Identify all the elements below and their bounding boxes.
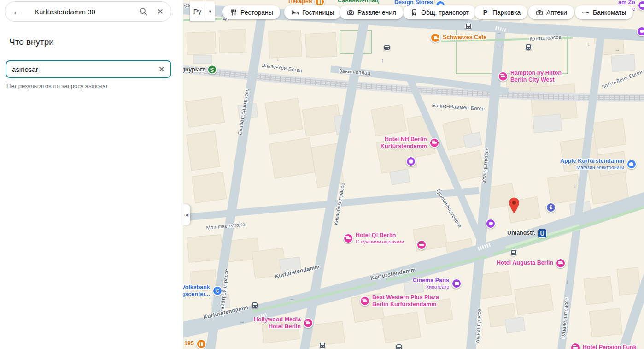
poi-label: Volksbankgscenter... <box>183 284 210 298</box>
poi-hotel-nh-berlin[interactable]: Hotel NH BerlinKurfürstendamm <box>381 136 439 150</box>
destination-pin[interactable] <box>508 197 520 214</box>
inner-search-input[interactable]: asiriosar ✕ <box>6 60 171 78</box>
road-direction-arrow: → <box>498 43 503 49</box>
poi-hotel-poi-2[interactable] <box>416 240 427 250</box>
collapse-sidebar-button[interactable]: ◀ <box>183 204 190 225</box>
search-bar[interactable]: ← Kurfürstendamm 30 ✕ <box>5 1 171 22</box>
chevron-down-icon[interactable]: ▼ <box>205 9 215 14</box>
bed-icon[interactable] <box>343 233 353 243</box>
poi-label: Cinema ParisКинотеатр <box>413 277 449 290</box>
bed-icon[interactable] <box>303 318 313 328</box>
poi-sbahn-savignyplatz[interactable]: gnyplatz <box>183 65 217 75</box>
poi-label: 195 <box>184 340 194 347</box>
filter-chip-hotels[interactable]: Гостиницы <box>284 5 341 19</box>
poi-poi-195[interactable]: 195 <box>184 339 206 349</box>
poi-label: Hotel Augusta Berlin <box>497 260 553 266</box>
language-code[interactable]: Ру <box>190 1 205 21</box>
parking-icon: P <box>481 8 489 16</box>
bus-stop-icon[interactable] <box>252 302 258 308</box>
road-direction-arrow: ↓ <box>566 278 568 285</box>
inner-search-value[interactable]: asiriosar <box>12 65 156 73</box>
chip-label: Парковка <box>492 9 521 16</box>
poi-uhlandstr-station[interactable]: Uhlandstr. <box>507 229 547 238</box>
road-direction-arrow: ↓ <box>276 56 279 62</box>
poi-savigny-platz-park[interactable]: Савиньи-плац <box>338 0 379 5</box>
poi-label: gnyplatz <box>183 66 205 73</box>
text-cursor <box>39 66 39 73</box>
poi-hampton-by-hilton[interactable]: Hampton by HiltonBerlin City West <box>498 70 562 84</box>
sbahn-icon[interactable] <box>207 65 217 75</box>
poi-label: Best Western Plus PlazaBerlin Kurfürsten… <box>372 294 439 308</box>
bed-icon[interactable] <box>556 258 566 268</box>
bus-stop-icon[interactable] <box>465 23 472 30</box>
film-icon[interactable] <box>638 0 644 11</box>
poi-hollywood-media-hotel[interactable]: Hollywood MediaHotel Berlin <box>254 316 313 331</box>
google-maps-app: ← Kurfürstendamm 30 ✕ Что внутри asirios… <box>0 0 644 349</box>
poi-label: Hotel Pension Funk <box>583 344 637 349</box>
clear-search-icon[interactable]: ✕ <box>154 7 164 17</box>
map-canvas[interactable]: Ру ▼ ◀ Рестораны Гостиницы Развлечения О… <box>183 0 644 349</box>
poi-hotel-q-berlin[interactable]: Hotel Q! BerlinС лучшими оценками <box>343 232 404 245</box>
euro-icon[interactable] <box>546 202 556 213</box>
palette-icon[interactable] <box>406 156 416 166</box>
filter-chip-transit[interactable]: Общ. транспорт <box>403 5 476 19</box>
poi-apple-kurfuerstendamm[interactable]: Apple KurfürstendammМагазин электроники <box>560 158 637 171</box>
chip-label: Общ. транспорт <box>421 9 469 16</box>
euro-icon[interactable] <box>212 286 222 296</box>
chip-label: Рестораны <box>240 9 273 16</box>
bus-stop-icon[interactable] <box>319 342 326 349</box>
poi-schwarzes-cafe[interactable]: Schwarzes Cafe <box>430 33 486 43</box>
atm-icon: атм <box>582 8 590 16</box>
poi-bank-poi[interactable] <box>546 202 556 213</box>
poi-label: Schwarzes Cafe <box>443 34 486 41</box>
mask-icon[interactable] <box>637 26 644 36</box>
bed-icon[interactable] <box>429 138 439 148</box>
poi-label: Apple KurfürstendammМагазин электроники <box>560 158 624 171</box>
bed-icon[interactable] <box>570 343 580 349</box>
bus-stop-icon[interactable] <box>396 344 402 349</box>
search-query[interactable]: Kurfürstendamm 30 <box>35 8 132 16</box>
road-direction-arrow: ← <box>289 295 295 302</box>
filter-chip-atms[interactable]: атм Банкоматы <box>575 5 633 19</box>
poi-hotel-augusta-berlin[interactable]: Hotel Augusta Berlin <box>497 258 566 268</box>
road-direction-arrow: ↑ <box>381 57 384 64</box>
poi-entertainment-poi[interactable] <box>486 219 496 229</box>
bed-icon[interactable] <box>416 240 427 250</box>
poi-volksbank[interactable]: Volksbankgscenter... <box>183 284 222 298</box>
chip-label: Аптеки <box>546 9 567 16</box>
poi-label: Hampton by HiltonBerlin City West <box>510 70 562 84</box>
filter-chip-restaurants[interactable]: Рестораны <box>222 5 280 19</box>
bed-icon[interactable] <box>360 296 370 306</box>
search-icon[interactable] <box>139 7 148 16</box>
back-arrow-icon[interactable]: ← <box>12 7 22 16</box>
road-direction-arrow: → <box>615 46 621 53</box>
filter-chip-parking[interactable]: P Парковка <box>474 5 527 19</box>
chip-label: Гостиницы <box>302 9 334 16</box>
ubahn-icon[interactable] <box>538 229 547 238</box>
train-icon <box>410 8 418 16</box>
filter-chip-attractions[interactable]: Развлечения <box>340 5 403 19</box>
poi-label: Савиньи-плац <box>338 0 379 5</box>
poi-label: Пекарня <box>288 0 312 6</box>
film-icon[interactable] <box>451 278 462 289</box>
bus-stop-icon[interactable] <box>384 44 390 51</box>
filter-chip-pharmacies[interactable]: Аптеки <box>528 5 574 19</box>
cup-icon[interactable] <box>430 33 440 43</box>
input-language-selector[interactable]: Ру ▼ <box>190 1 215 21</box>
poi-cinema-paris[interactable]: Cinema ParisКинотеатр <box>413 277 462 290</box>
bag-icon[interactable] <box>626 159 637 169</box>
fork-icon[interactable] <box>196 339 206 349</box>
poi-best-western-plus-plaza[interactable]: Best Western Plus PlazaBerlin Kurfürsten… <box>360 294 439 308</box>
poi-art-poi[interactable] <box>406 156 416 166</box>
poi-cinema-poi-edge[interactable] <box>637 26 644 36</box>
inner-clear-icon[interactable]: ✕ <box>156 65 165 74</box>
bus-stop-icon[interactable] <box>525 44 532 50</box>
bus-stop-icon[interactable] <box>510 249 517 256</box>
bed-icon <box>291 8 299 16</box>
poi-hotel-pension-funk[interactable]: Hotel Pension Funk <box>570 343 637 349</box>
chip-label: Развлечения <box>357 9 396 16</box>
first-aid-kit-icon <box>535 8 543 16</box>
bed-icon[interactable] <box>498 71 508 82</box>
mask-icon[interactable] <box>486 219 496 229</box>
poi-label: Hotel NH BerlinKurfürstendamm <box>381 136 427 150</box>
